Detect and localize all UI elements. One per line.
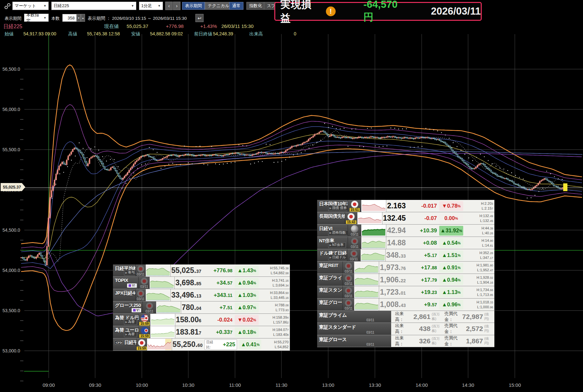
display-period-button[interactable]: 表示期間 [182, 2, 205, 10]
flag-icon [350, 250, 358, 257]
market-row[interactable]: 東証プライム03/111,906.22+17.79▲0.94%H:1,928.0… [317, 274, 494, 286]
mini-chart [150, 314, 175, 326]
svg-text:14:30: 14:30 [462, 382, 474, 388]
symbol-select-value: 日経225 [54, 3, 69, 9]
instrument-value: 158.006 [176, 315, 201, 324]
sub-category-badge[interactable]: ▶日経ドル [328, 255, 347, 260]
mini-chart [361, 249, 386, 261]
normal-mode-button[interactable]: 通常 [229, 2, 243, 10]
flag-icon [345, 287, 352, 294]
chevron-down-icon: ▼ [43, 4, 46, 7]
svg-text:10:30: 10:30 [182, 382, 194, 388]
instrument-value: 132.45 [383, 214, 406, 223]
flag-icon [141, 314, 148, 322]
trading-app: マーケット▼ 日経225▼ 1分足▼ ‹ › 表示期間 テクニカル 通常 指数化… [0, 0, 583, 392]
quote-stats-row: 0 始値54,917.93 09:00高値55,745.38 12:58安値54… [0, 31, 583, 38]
market-row[interactable]: JPX日経40003/1133,496.13+343.11▲1.03%H:33,… [113, 289, 290, 301]
timeframe-select[interactable]: 1分足▼ [139, 2, 163, 10]
yahoo-link-badge[interactable]: Y! [131, 308, 142, 312]
market-row[interactable]: 東証REIT03/111,973.76+17.88▲0.91%H:1,981.8… [317, 262, 494, 274]
sub-category-badge[interactable]: ▶寄与度 [124, 270, 136, 276]
quote-timestamp: 15:59 [139, 334, 150, 338]
quote-timestamp: 03/11 [345, 307, 353, 310]
mini-chart [156, 301, 181, 313]
instrument-value: 3,698.85 [175, 278, 201, 287]
high-low-values: H:352.26L:347.17 [463, 251, 493, 260]
count-decrement-button[interactable]: ▼ [77, 14, 81, 22]
period-mode-select[interactable]: 本数指定▼ [24, 14, 49, 22]
link-icon[interactable] [4, 3, 11, 10]
high-low-values: H:3,741.16L:3,694.34 [259, 278, 289, 288]
candlestick-chart[interactable]: 56,500.056,000.055,500.055,000.054,500.0… [0, 0, 583, 392]
market-row[interactable]: TOPIXY!03/113,698.85+34.57▲0.94%H:3,741.… [113, 277, 290, 289]
reload-button[interactable]: ↩ [195, 14, 204, 22]
mini-chart [361, 200, 386, 212]
market-row[interactable]: ドル建て日経平均▶日経ドル03/11348.33+5.17▲1.51%H:352… [317, 249, 494, 262]
instrument-value: 14.88 [387, 239, 406, 247]
instrument-value: 348.33 [386, 251, 406, 260]
market-row[interactable]: NT倍率▶NT倍率03/1114.88+0.08▲0.54%H:14.90L:1… [317, 237, 494, 249]
market-row[interactable]: グロース250Y!03/11780.04+7.51▲0.97%H:788.08L… [113, 301, 290, 314]
warning-icon[interactable]: ! [326, 6, 336, 16]
instrument-value: 42.94 [387, 226, 406, 235]
stat-value: 54,882.58 09:02 [150, 31, 183, 36]
high-low-values: H:1,928.02L:1,904.16 [463, 275, 493, 285]
count-input[interactable]: 358 [62, 14, 77, 22]
current-price-value: 55,025.37 [127, 23, 148, 29]
yahoo-link-badge[interactable]: Y! [127, 283, 137, 288]
market-row[interactable]: 東証グロース03/111,008.43+9.57▲0.96%H:1,018.33… [317, 299, 494, 311]
market-row[interactable]: 東証スタンダード03/111,723.01+19.23▲1.13%H:1,734… [317, 286, 494, 299]
market-select[interactable]: マーケット▼ [12, 2, 49, 10]
market-row[interactable]: 日経VI▶恐怖指数03/1142.94+10.39▲31.92%H:44.39L… [317, 225, 494, 237]
market-row[interactable]: 為替 ドル円▶為替15:59158.006-0.024▼0.02%H:158.3… [113, 314, 290, 326]
volume-row[interactable]: 東証スタンダード03/11出来高：438(百万株)売買代金：2,572(億円) [317, 323, 494, 335]
instrument-value: 33,496.13 [171, 291, 201, 300]
flag-icon [351, 238, 358, 245]
quote-timestamp: 03/11 [366, 343, 374, 346]
price-change-value: +776.98 [166, 23, 184, 29]
sub-category-badge[interactable]: ▶為替 [124, 319, 137, 325]
indexed-mode-button[interactable]: 指数化 [246, 2, 265, 10]
turnover-label: 売買代金： [444, 311, 461, 323]
change-value: +17.88 [406, 264, 437, 271]
svg-text:09:00: 09:00 [43, 382, 55, 388]
mini-chart [146, 264, 171, 276]
high-low-values: H:132.49L:132.45 [463, 214, 493, 223]
sub-category-badge[interactable]: ▶国債 債券 [328, 205, 348, 211]
volume-number: 326 [408, 337, 430, 345]
svg-text:13:30: 13:30 [369, 382, 381, 388]
high-low-values: H:1,981.80L:1,952.47 [463, 263, 493, 273]
stat-label: 出来高 [249, 31, 263, 37]
market-section-name: 東証スタンダード [317, 323, 391, 330]
sub-category-badge[interactable]: ▶恐怖指数 [328, 230, 348, 236]
realized-pnl-value: -64,570円 [364, 0, 407, 24]
turnover-unit: (億円) [484, 312, 491, 321]
volume-label: 出来高： [395, 335, 408, 347]
next-button[interactable]: › [173, 2, 180, 10]
count-label: 本数 [51, 16, 60, 21]
quote-timestamp: 03/11 [350, 257, 358, 261]
volume-number: 438 [408, 325, 430, 333]
stat-value: 55,745.38 12:58 [87, 31, 120, 36]
volume-row[interactable]: 東証グロース03/11出来高：326(百万株)売買代金：1,867(億円) [317, 335, 494, 347]
prev-button[interactable]: ‹ [165, 2, 173, 10]
market-row[interactable]: CFD日経平均×15:5955,250.60日経比:+225▲0.41%H:55… [113, 338, 290, 351]
sub-category-badge[interactable]: ▶為替 [124, 332, 137, 337]
high-low-values: H:788.08L:773.93 [259, 303, 289, 312]
market-row[interactable]: 為替 ユーロ円▶為替15:59183.817+0.337▲0.18%H:184.… [113, 326, 290, 338]
market-row[interactable]: 日経平均株価×▶寄与度03/1155,025.37+776.98▲1.43%H:… [113, 264, 290, 277]
count-increment-button[interactable]: ▲ [81, 14, 85, 22]
quote-timestamp: 03/11 [351, 233, 358, 236]
change-value: +7.51 [201, 304, 232, 311]
market-row[interactable]: 長期国債先物大取15:43132.45-0.070.00%H:132.49L:1… [317, 212, 494, 225]
chevron-left-icon: ‹ [168, 3, 170, 8]
mini-chart [354, 274, 379, 286]
stat-value: 54,917.93 09:00 [23, 31, 56, 36]
technical-button[interactable]: テクニカル [205, 2, 232, 10]
svg-text:56,000.0: 56,000.0 [3, 107, 20, 112]
realized-pnl-box: 実現損益 ! -64,570円 2026/03/11 [274, 2, 482, 21]
sub-category-badge[interactable]: ▶NT倍率 [328, 242, 346, 248]
market-row[interactable]: 日本国債10年利回り▶国債 債券15:512.163-0.017▼0.78%H:… [317, 200, 494, 212]
volume-row[interactable]: 東証プライム03/11出来高：2,861(百万株)売買代金：72,987(億円) [317, 311, 494, 323]
symbol-select[interactable]: 日経225▼ [51, 2, 136, 10]
